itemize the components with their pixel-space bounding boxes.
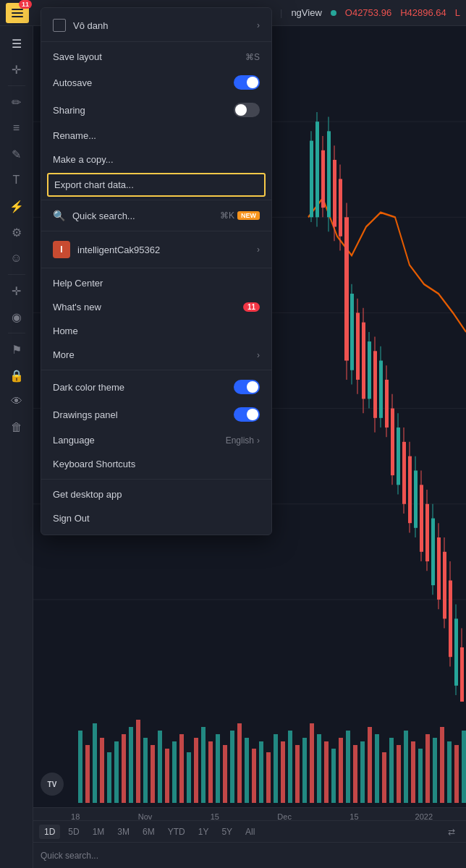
user-item[interactable]: I intelligentCak95362 › <box>41 234 271 265</box>
svg-rect-97 <box>346 731 350 803</box>
save-layout-item[interactable]: Save layout ⌘S <box>41 45 271 69</box>
more-item[interactable]: More › <box>41 343 271 367</box>
help-center-item[interactable]: Help Center <box>41 271 271 295</box>
sidebar-icon-emoji[interactable]: ☺ <box>5 247 28 270</box>
svg-rect-79 <box>216 734 220 803</box>
keyboard-shortcuts-item[interactable]: Keyboard Shortcuts <box>41 452 271 476</box>
dark-theme-item[interactable]: Dark color theme <box>41 373 271 401</box>
sidebar-icon-measure[interactable]: ⚡ <box>5 195 28 218</box>
sidebar-icon-eye[interactable]: 👁 <box>5 390 28 413</box>
svg-rect-103 <box>389 738 394 803</box>
time-label-15a: 15 <box>180 812 250 821</box>
period-5d[interactable]: 5D <box>63 825 84 839</box>
sidebar-icon-pencil[interactable]: ✏ <box>5 90 28 114</box>
svg-rect-80 <box>223 745 227 803</box>
svg-rect-105 <box>404 731 408 803</box>
svg-rect-72 <box>165 749 169 803</box>
sidebar-icon-settings[interactable]: ⚙ <box>5 221 28 244</box>
period-ytd[interactable]: YTD <box>163 825 190 839</box>
svg-rect-110 <box>440 727 444 803</box>
drawings-panel-item[interactable]: Drawings panel <box>41 401 271 428</box>
svg-rect-89 <box>288 731 292 803</box>
svg-rect-93 <box>317 734 321 803</box>
svg-rect-74 <box>179 734 184 803</box>
svg-rect-81 <box>230 731 234 803</box>
sidebar-icon-menu[interactable]: ☰ <box>5 32 28 55</box>
dark-theme-label: Dark color theme <box>53 382 226 393</box>
svg-rect-108 <box>425 734 430 803</box>
chevron-right-icon: › <box>257 20 260 30</box>
svg-rect-82 <box>237 723 242 803</box>
sidebar-icon-lock[interactable]: 🔒 <box>5 364 28 387</box>
svg-rect-64 <box>107 752 111 803</box>
sharing-label: Sharing <box>53 105 226 116</box>
drawings-toggle[interactable] <box>234 407 260 422</box>
svg-rect-85 <box>259 741 263 803</box>
period-all[interactable]: All <box>240 825 260 839</box>
dark-theme-toggle[interactable] <box>234 380 260 394</box>
sidebar-divider1 <box>8 85 25 86</box>
sign-out-label: Sign Out <box>53 513 260 524</box>
quick-search-item[interactable]: 🔍 Quick search... ⌘K NEW <box>41 203 271 228</box>
autosave-item[interactable]: Autosave <box>41 69 271 96</box>
svg-rect-100 <box>368 727 372 803</box>
period-5y[interactable]: 5Y <box>216 825 237 839</box>
svg-rect-75 <box>187 752 191 803</box>
period-1y[interactable]: 1Y <box>193 825 214 839</box>
svg-rect-92 <box>310 723 314 803</box>
menu-button[interactable]: 11 <box>6 3 29 23</box>
drawings-panel-label: Drawings panel <box>53 409 226 420</box>
sidebar-icon-draw[interactable]: ✎ <box>5 142 28 166</box>
svg-rect-61 <box>85 745 90 803</box>
period-6m[interactable]: 6M <box>137 825 160 839</box>
get-desktop-item[interactable]: Get desktop app <box>41 482 271 506</box>
period-compare[interactable]: ⇄ <box>443 825 460 839</box>
separator4: | <box>280 7 282 18</box>
period-3m[interactable]: 3M <box>112 825 135 839</box>
layout-icon-small <box>53 19 66 32</box>
svg-rect-112 <box>454 745 459 803</box>
home-item[interactable]: Home <box>41 319 271 343</box>
user-initial: I <box>60 244 62 255</box>
svg-rect-62 <box>93 723 97 803</box>
svg-rect-107 <box>418 749 423 803</box>
rename-item[interactable]: Rename... <box>41 124 271 148</box>
whats-new-item[interactable]: What's new 11 <box>41 295 271 319</box>
home-label: Home <box>53 326 260 336</box>
period-1m[interactable]: 1M <box>88 825 110 839</box>
autosave-label: Autosave <box>53 77 226 88</box>
sidebar-icon-trash[interactable]: 🗑 <box>5 416 28 439</box>
svg-rect-86 <box>266 752 271 803</box>
dropdown-menu: Vô danh › Save layout ⌘S Autosave Sharin… <box>41 7 272 535</box>
svg-rect-73 <box>172 741 177 803</box>
autosave-toggle[interactable] <box>234 75 260 90</box>
period-1d[interactable]: 1D <box>39 825 60 839</box>
sidebar-icon-add[interactable]: ✛ <box>5 279 28 302</box>
sidebar-icon-crosshair[interactable]: ✛ <box>5 58 28 81</box>
sidebar-icon-text[interactable]: T <box>5 169 28 192</box>
language-item[interactable]: Language English › <box>41 428 271 452</box>
svg-rect-104 <box>397 745 401 803</box>
divider5 <box>41 370 271 370</box>
divider4 <box>41 268 271 268</box>
make-copy-item[interactable]: Make a copy... <box>41 148 271 171</box>
dark-theme-knob <box>247 381 258 393</box>
sharing-toggle[interactable] <box>234 103 260 117</box>
user-avatar: I <box>53 241 70 258</box>
svg-rect-109 <box>433 738 437 803</box>
svg-rect-84 <box>252 749 256 803</box>
menu-header[interactable]: Vô danh › <box>41 12 271 38</box>
svg-rect-83 <box>245 738 249 803</box>
more-label: More <box>53 349 250 360</box>
sharing-item[interactable]: Sharing <box>41 96 271 124</box>
tradingview-watermark: TV <box>41 773 64 796</box>
export-chart-item[interactable]: Export chart data... <box>47 173 266 197</box>
sidebar-icon-circle[interactable]: ◉ <box>5 305 28 328</box>
svg-rect-99 <box>360 741 365 803</box>
language-value: English › <box>226 435 260 446</box>
sign-out-item[interactable]: Sign Out <box>41 506 271 530</box>
sidebar-icon-flag[interactable]: ⚑ <box>5 338 28 361</box>
volume-chart <box>33 702 466 803</box>
sidebar-icon-lines[interactable]: ≡ <box>5 116 28 140</box>
username-label: intelligentCak95362 <box>77 244 250 255</box>
